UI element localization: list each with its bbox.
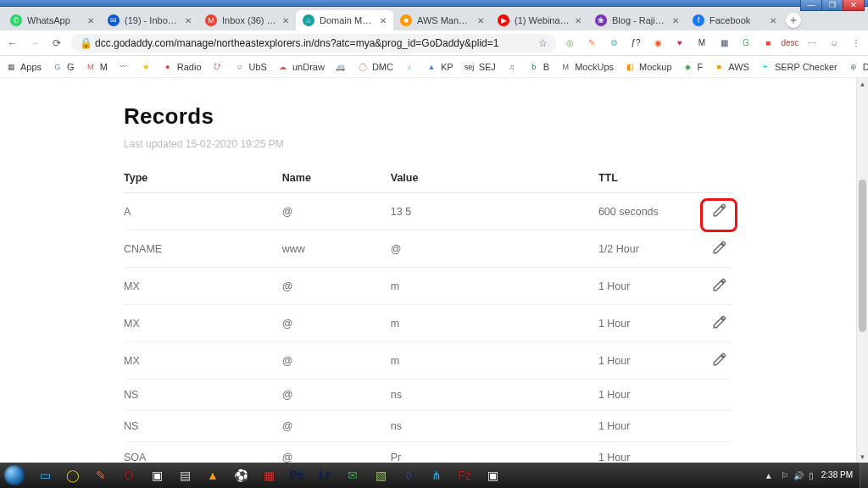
taskbar-app-icon[interactable]: ▤ xyxy=(172,465,198,485)
bookmark-item[interactable]: ☁unDraw xyxy=(277,61,325,73)
extension-icon[interactable]: ƒ? xyxy=(629,36,643,50)
tab-close-icon[interactable]: ✕ xyxy=(770,16,776,25)
window-close-button[interactable]: ✕ xyxy=(843,0,865,11)
forward-button[interactable]: → xyxy=(27,36,42,51)
taskbar-app-icon[interactable]: Ps xyxy=(284,465,309,485)
taskbar-app-icon[interactable]: ▣ xyxy=(144,465,170,485)
omnibox[interactable]: 🔒 dcc.godaddy.com/manage/northeastexplor… xyxy=(71,34,556,53)
window-maximize-button[interactable]: ❐ xyxy=(821,0,843,11)
bookmark-item[interactable]: GG xyxy=(52,61,75,73)
edit-record-button[interactable] xyxy=(712,358,727,369)
bookmark-item[interactable]: ◧Mockup xyxy=(624,61,672,73)
window-minimize-button[interactable]: — xyxy=(800,0,822,11)
tray-overflow-icon[interactable]: ▲ xyxy=(765,471,773,480)
extension-icon[interactable]: desc xyxy=(783,36,797,50)
bookmark-star-icon[interactable]: ☆ xyxy=(538,37,548,49)
bookmark-item[interactable]: ♫ xyxy=(506,61,518,73)
bookmark-item[interactable]: ▦Apps xyxy=(5,61,42,73)
bookmark-item[interactable]: MMockUps xyxy=(559,61,614,73)
tab-close-icon[interactable]: ✕ xyxy=(282,16,289,25)
tab-close-icon[interactable]: ✕ xyxy=(575,16,581,25)
scroll-up-arrow[interactable]: ▲ xyxy=(857,78,868,90)
taskbar-app-icon[interactable]: Lr xyxy=(312,465,337,485)
tab-close-icon[interactable]: ✕ xyxy=(87,16,94,25)
bookmark-item[interactable]: ★ xyxy=(140,61,152,73)
back-button[interactable]: ← xyxy=(5,36,20,51)
bookmark-item[interactable]: ▲KP xyxy=(426,61,453,73)
bookmark-item[interactable]: ⊕DNS xyxy=(848,61,868,73)
bookmark-item[interactable]: ☺UbS xyxy=(234,61,267,73)
taskbar-app-icon[interactable]: ◊ xyxy=(396,465,421,485)
taskbar-clock[interactable]: 2:38 PM xyxy=(821,471,853,480)
browser-tab[interactable]: ■AWS Managem✕ xyxy=(393,10,491,30)
browser-tab[interactable]: ⌂Domain Manag✕ xyxy=(296,10,393,30)
edit-record-button[interactable] xyxy=(712,208,727,220)
vertical-scrollbar[interactable]: ▲ ▼ xyxy=(856,78,868,463)
col-name-header: Name xyxy=(282,165,391,193)
taskbar-app-icon[interactable]: ⚽ xyxy=(228,465,253,485)
extension-icon[interactable]: M xyxy=(695,36,709,50)
bookmark-item[interactable]: 〰 xyxy=(118,61,130,73)
taskbar-app-icon[interactable]: ▣ xyxy=(480,465,505,485)
tab-close-icon[interactable]: ✕ xyxy=(380,16,387,25)
taskbar-app-icon[interactable]: ✎ xyxy=(88,465,114,485)
scroll-down-arrow[interactable]: ▼ xyxy=(857,451,868,463)
browser-tab[interactable]: fFacebook✕ xyxy=(686,10,783,30)
bookmark-item[interactable]: ＋SERP Checker xyxy=(760,61,837,73)
bookmark-item[interactable]: MM xyxy=(85,61,108,73)
taskbar-app-icon[interactable]: ◯ xyxy=(60,465,86,485)
tab-favicon: M xyxy=(205,14,217,26)
bookmark-item[interactable]: bB xyxy=(528,61,549,73)
browser-tab[interactable]: ✉(19) - Inbox - Z✕ xyxy=(101,10,198,30)
bookmark-item[interactable]: ひ xyxy=(212,61,224,73)
bookmark-item[interactable]: 🚐 xyxy=(335,61,347,73)
taskbar-app-icon[interactable]: Fz xyxy=(452,465,477,485)
extension-icon[interactable]: ⚙ xyxy=(607,36,620,50)
tray-icon[interactable]: 🔊 xyxy=(793,471,804,480)
taskbar-app-icon[interactable]: ⋔ xyxy=(424,465,449,485)
extension-icon[interactable]: ⋯ xyxy=(805,36,819,50)
new-tab-button[interactable]: ＋ xyxy=(783,10,804,30)
table-row: MX @ m 1 Hour xyxy=(124,268,732,305)
extension-icon[interactable]: ☺ xyxy=(827,36,841,50)
extension-icon[interactable]: ♥ xyxy=(673,36,687,50)
extension-icon[interactable]: ◎ xyxy=(563,36,576,50)
browser-tab[interactable]: MInbox (36) - raj✕ xyxy=(198,10,296,30)
extension-icon[interactable]: ✎ xyxy=(585,36,598,50)
tray-icon[interactable]: ▯ xyxy=(809,471,814,480)
bookmark-item[interactable]: ●Radio xyxy=(162,61,202,73)
browser-tab[interactable]: ✆WhatsApp✕ xyxy=(3,10,101,30)
browser-tab[interactable]: ▶(1) Webinar w✕ xyxy=(491,10,588,30)
extension-icon[interactable]: ⋮ xyxy=(849,36,863,50)
bookmark-item[interactable]: sejSEJ xyxy=(464,61,496,73)
taskbar-app-icon[interactable]: ▦ xyxy=(256,465,281,485)
bookmark-label: SEJ xyxy=(479,62,496,72)
taskbar-app-icon[interactable]: ▧ xyxy=(368,465,393,485)
tab-close-icon[interactable]: ✕ xyxy=(185,16,192,25)
tab-close-icon[interactable]: ✕ xyxy=(477,16,484,25)
start-button[interactable] xyxy=(0,463,29,488)
extension-icon[interactable]: ■ xyxy=(761,36,775,50)
tray-icon[interactable]: ⚐ xyxy=(781,471,788,480)
bookmark-item[interactable]: ■AWS xyxy=(713,61,749,73)
show-desktop-button[interactable] xyxy=(860,463,868,488)
tab-title: Inbox (36) - raj xyxy=(222,15,277,25)
taskbar-app-icon[interactable]: O xyxy=(116,465,142,485)
tab-close-icon[interactable]: ✕ xyxy=(672,16,679,25)
reload-button[interactable]: ⟳ xyxy=(49,36,64,51)
bookmark-item[interactable]: ♪ xyxy=(403,61,415,73)
scroll-thumb[interactable] xyxy=(859,180,866,332)
taskbar-app-icon[interactable]: ▭ xyxy=(32,465,58,485)
extension-icon[interactable]: G xyxy=(739,36,753,50)
extension-icon[interactable]: ◉ xyxy=(651,36,665,50)
taskbar-app-icon[interactable]: ✉ xyxy=(340,465,365,485)
edit-record-button[interactable] xyxy=(712,320,727,332)
bookmark-item[interactable]: ◯DMC xyxy=(357,61,393,73)
browser-tab[interactable]: ❀Blog - Rajiv Ve✕ xyxy=(588,10,686,30)
bookmark-item[interactable]: ◆F xyxy=(682,61,704,73)
edit-record-button[interactable] xyxy=(712,283,727,295)
address-bar: ← → ⟳ 🔒 dcc.godaddy.com/manage/northeast… xyxy=(0,30,868,56)
edit-record-button[interactable] xyxy=(712,246,727,258)
extension-icon[interactable]: ▦ xyxy=(717,36,731,50)
taskbar-app-icon[interactable]: ▲ xyxy=(200,465,225,485)
